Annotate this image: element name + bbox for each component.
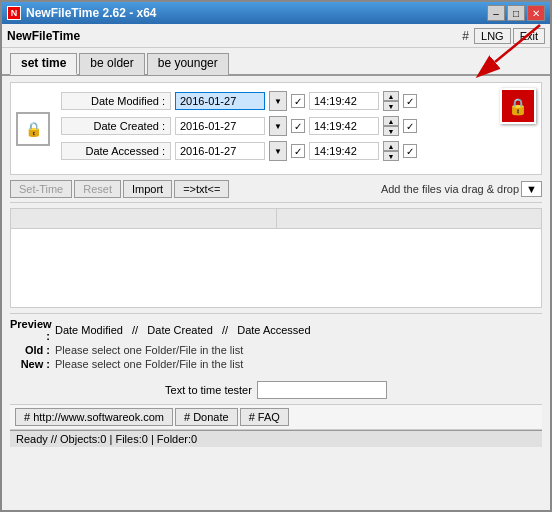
import-button[interactable]: Import bbox=[123, 180, 172, 198]
main-window: N NewFileTime 2.62 - x64 – □ ✕ NewFileTi… bbox=[0, 0, 552, 512]
hash-symbol: # bbox=[462, 29, 469, 43]
reset-button[interactable]: Reset bbox=[74, 180, 121, 198]
status-text: Ready // Objects:0 | Files:0 | Folder:0 bbox=[16, 433, 197, 445]
date-accessed-row: Date Accessed : ▼ ✓ ▲ ▼ ✓ bbox=[61, 141, 533, 161]
text-tester-input[interactable] bbox=[257, 381, 387, 399]
time-created-input[interactable] bbox=[309, 117, 379, 135]
date-accessed-dropdown[interactable]: ▼ bbox=[269, 141, 287, 161]
time-created-spinner: ▲ ▼ bbox=[383, 116, 399, 136]
drag-drop-label: Add the files via drag & drop bbox=[381, 183, 519, 195]
time-created-down[interactable]: ▼ bbox=[383, 126, 399, 136]
close-button[interactable]: ✕ bbox=[527, 5, 545, 21]
date-modified-dropdown[interactable]: ▼ bbox=[269, 91, 287, 111]
date-created-label: Date Created : bbox=[61, 117, 171, 135]
link-faq[interactable]: # FAQ bbox=[240, 408, 289, 426]
tab-bar: set time be older be younger bbox=[2, 48, 550, 76]
time-created-up[interactable]: ▲ bbox=[383, 116, 399, 126]
time-modified-down[interactable]: ▼ bbox=[383, 101, 399, 111]
menu-bar: NewFileTime # LNG Exit bbox=[2, 24, 550, 48]
preview-old-row: Old : Please select one Folder/File in t… bbox=[10, 344, 542, 356]
time-modified-input[interactable] bbox=[309, 92, 379, 110]
lng-button[interactable]: LNG bbox=[474, 28, 511, 44]
tab-be-younger[interactable]: be younger bbox=[147, 53, 229, 75]
date-created-input[interactable] bbox=[175, 117, 265, 135]
app-name-label: NewFileTime bbox=[7, 29, 80, 43]
date-created-row: Date Created : ▼ ✓ ▲ ▼ ✓ bbox=[61, 116, 533, 136]
file-list-body bbox=[11, 229, 541, 307]
tab-be-older[interactable]: be older bbox=[79, 53, 144, 75]
set-time-button[interactable]: Set-Time bbox=[10, 180, 72, 198]
time-accessed-up[interactable]: ▲ bbox=[383, 141, 399, 151]
date-modified-input[interactable] bbox=[175, 92, 265, 110]
time-modified-checkbox[interactable]: ✓ bbox=[403, 94, 417, 108]
file-list-area[interactable] bbox=[10, 208, 542, 308]
status-bar: Ready // Objects:0 | Files:0 | Folder:0 bbox=[10, 430, 542, 447]
time-modified-spinner: ▲ ▼ bbox=[383, 91, 399, 111]
date-modified-row: Date Modified : ▼ ✓ ▲ ▼ ✓ bbox=[61, 91, 533, 111]
time-accessed-spinner: ▲ ▼ bbox=[383, 141, 399, 161]
preview-cols: Date Modified // Date Created // Date Ac… bbox=[55, 324, 311, 336]
link-website[interactable]: # http://www.softwareok.com bbox=[15, 408, 173, 426]
preview-old-value: Please select one Folder/File in the lis… bbox=[55, 344, 243, 356]
date-accessed-input[interactable] bbox=[175, 142, 265, 160]
date-modified-checkbox[interactable]: ✓ bbox=[291, 94, 305, 108]
app-icon: N bbox=[7, 6, 21, 20]
date-accessed-checkbox[interactable]: ✓ bbox=[291, 144, 305, 158]
time-accessed-checkbox[interactable]: ✓ bbox=[403, 144, 417, 158]
date-accessed-label: Date Accessed : bbox=[61, 142, 171, 160]
text-tester-row: Text to time tester bbox=[10, 381, 542, 399]
bottom-links: # http://www.softwareok.com # Donate # F… bbox=[10, 404, 542, 430]
main-content: 🔒 Date Modified : ▼ ✓ ▲ ▼ ✓ Date Created… bbox=[2, 76, 550, 510]
drag-drop-dropdown[interactable]: ▼ bbox=[521, 181, 542, 197]
time-modified-up[interactable]: ▲ bbox=[383, 91, 399, 101]
date-created-dropdown[interactable]: ▼ bbox=[269, 116, 287, 136]
tab-set-time[interactable]: set time bbox=[10, 53, 77, 75]
left-icon: 🔒 bbox=[16, 112, 50, 146]
time-accessed-down[interactable]: ▼ bbox=[383, 151, 399, 161]
corner-icon: 🔒 bbox=[500, 88, 536, 124]
title-bar: N NewFileTime 2.62 - x64 – □ ✕ bbox=[2, 2, 550, 24]
time-created-checkbox[interactable]: ✓ bbox=[403, 119, 417, 133]
preview-header-label: Preview : bbox=[10, 318, 50, 342]
datetime-section: 🔒 Date Modified : ▼ ✓ ▲ ▼ ✓ Date Created… bbox=[10, 82, 542, 175]
minimize-button[interactable]: – bbox=[487, 5, 505, 21]
to-txt-button[interactable]: =>txt<= bbox=[174, 180, 229, 198]
link-donate[interactable]: # Donate bbox=[175, 408, 238, 426]
preview-section: Preview : Date Modified // Date Created … bbox=[10, 313, 542, 376]
preview-old-label: Old : bbox=[10, 344, 50, 356]
date-modified-label: Date Modified : bbox=[61, 92, 171, 110]
corner-icon-symbol: 🔒 bbox=[508, 97, 528, 116]
maximize-button[interactable]: □ bbox=[507, 5, 525, 21]
preview-header-row: Preview : Date Modified // Date Created … bbox=[10, 318, 542, 342]
window-controls: – □ ✕ bbox=[487, 5, 545, 21]
preview-new-value: Please select one Folder/File in the lis… bbox=[55, 358, 243, 370]
file-list-col-1 bbox=[11, 209, 277, 228]
preview-new-label: New : bbox=[10, 358, 50, 370]
text-tester-label: Text to time tester bbox=[165, 384, 252, 396]
file-list-col-2 bbox=[277, 209, 542, 228]
action-bar: Set-Time Reset Import =>txt<= Add the fi… bbox=[10, 180, 542, 203]
date-created-checkbox[interactable]: ✓ bbox=[291, 119, 305, 133]
exit-button[interactable]: Exit bbox=[513, 28, 545, 44]
time-accessed-input[interactable] bbox=[309, 142, 379, 160]
window-title: NewFileTime 2.62 - x64 bbox=[26, 6, 157, 20]
preview-new-row: New : Please select one Folder/File in t… bbox=[10, 358, 542, 370]
file-list-header bbox=[11, 209, 541, 229]
